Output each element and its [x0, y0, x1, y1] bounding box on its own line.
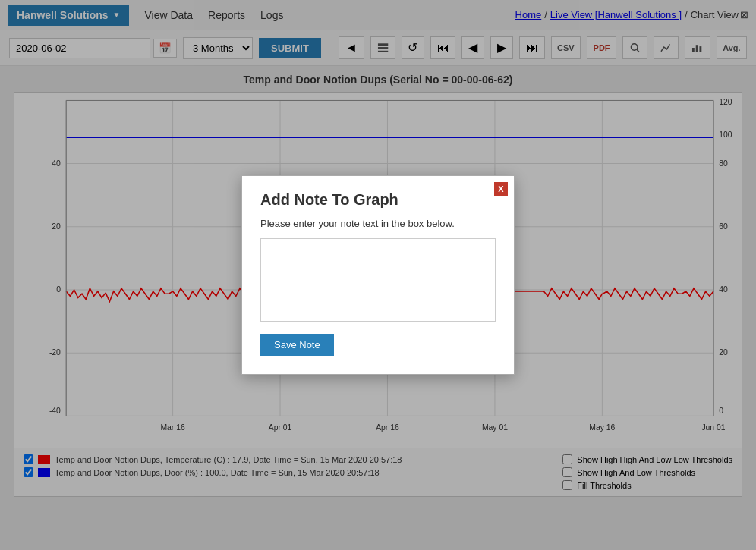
modal-note-textarea[interactable] [260, 238, 496, 322]
add-note-modal: X Add Note To Graph Please enter your no… [241, 175, 515, 375]
modal-overlay[interactable]: X Add Note To Graph Please enter your no… [0, 0, 756, 504]
modal-title: Add Note To Graph [260, 191, 496, 209]
modal-subtitle: Please enter your note text in the box b… [260, 218, 496, 229]
modal-close-button[interactable]: X [494, 182, 508, 196]
modal-save-button[interactable]: Save Note [260, 334, 334, 356]
